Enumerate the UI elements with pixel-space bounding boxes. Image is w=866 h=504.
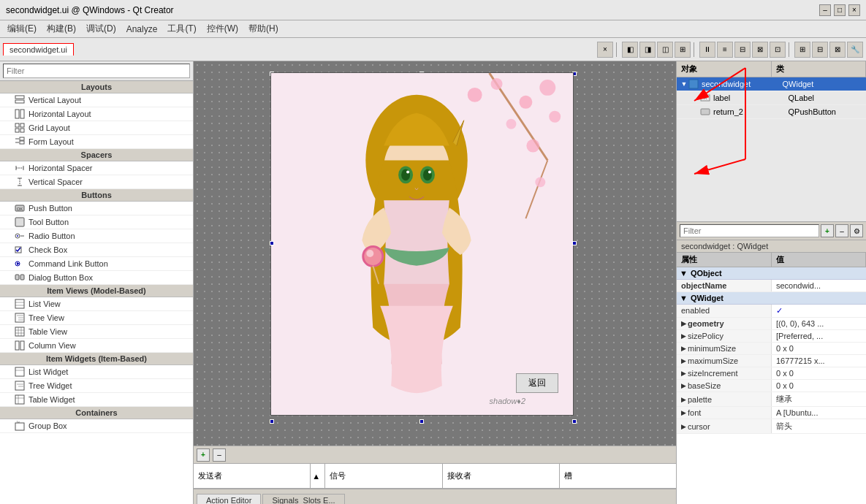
prop-expand-minimumsize[interactable]: ▶ [681, 345, 686, 352]
menu-build[interactable]: 构建(B) [42, 21, 80, 37]
object-row-secondwidget[interactable]: ▼ secondwidget QWidget [677, 77, 866, 91]
toolbar-close-btn[interactable]: × [597, 42, 613, 58]
menu-tools[interactable]: 工具(T) [163, 21, 200, 37]
toolbar-btn-13[interactable]: 🔧 [847, 42, 863, 58]
prop-value-basesize: 0 x 0 [772, 380, 866, 392]
toolbar-btn-8[interactable]: ⊠ [752, 42, 768, 58]
menu-help[interactable]: 帮助(H) [244, 21, 283, 37]
prop-row-maximumsize[interactable]: ▶ maximumSize 16777215 x... [677, 355, 866, 367]
widget-tree-view[interactable]: Tree View [0, 311, 193, 325]
widget-tree-widget[interactable]: Tree Widget [0, 379, 193, 393]
widget-table-view[interactable]: Table View [0, 325, 193, 339]
widget-command-link-button[interactable]: Command Link Button [0, 257, 193, 271]
prop-row-objectname[interactable]: objectName secondwid... [677, 280, 866, 292]
main-container: Layouts Vertical Layout Horizontal Layou… [0, 61, 866, 504]
widget-horizontal-layout[interactable]: Horizontal Layout [0, 107, 193, 121]
widget-push-button[interactable]: OK Push Button [0, 202, 193, 215]
file-tab[interactable]: secondwidget.ui [3, 43, 74, 56]
toolbar-btn-6[interactable]: ≡ [717, 42, 733, 58]
prop-expand-font[interactable]: ▶ [681, 409, 686, 416]
prop-row-font[interactable]: ▶ font A [Ubuntu... [677, 407, 866, 419]
object-row-label[interactable]: A label QLabel [677, 91, 866, 105]
widget-table-widget[interactable]: Table Widget [0, 393, 193, 407]
widget-tool-button[interactable]: Tool Button [0, 215, 193, 229]
toolbar-btn-2[interactable]: ◨ [639, 42, 656, 58]
widget-box-panel: Layouts Vertical Layout Horizontal Layou… [0, 61, 194, 504]
menu-controls[interactable]: 控件(W) [202, 21, 243, 37]
widget-vertical-spacer[interactable]: Vertical Spacer [0, 175, 193, 189]
widget-column-view[interactable]: Column View [0, 339, 193, 353]
widget-group-box[interactable]: G Group Box [0, 419, 193, 433]
prop-name-enabled: enabled [677, 305, 772, 317]
prop-row-geometry[interactable]: ▶ geometry [(0, 0), 643 ... [677, 318, 866, 330]
widget-list-widget[interactable]: List Widget [0, 365, 193, 379]
widget-grid-layout[interactable]: Grid Layout [0, 121, 193, 135]
props-remove-btn[interactable]: – [835, 224, 848, 237]
prop-group-collapse-icon[interactable]: ▼ [680, 269, 688, 278]
object-row-return2[interactable]: return_2 QPushButton [677, 105, 866, 119]
svg-rect-48 [15, 395, 24, 404]
return-button[interactable]: 返回 [516, 373, 558, 393]
prop-row-sizepolicy[interactable]: ▶ sizePolicy [Preferred, ... [677, 330, 866, 343]
tab-signals-slots[interactable]: Signals_Slots E... [262, 494, 344, 504]
toolbar-btn-3[interactable]: ◫ [657, 42, 673, 58]
prop-name-geometry: ▶ geometry [677, 318, 772, 329]
main-toolbar: secondwidget.ui × ◧ ◨ ◫ ⊞ ⏸ ≡ ⊟ ⊠ ⊡ ⊞ ⊟ … [0, 38, 866, 61]
prop-expand-sizepolicy[interactable]: ▶ [681, 332, 686, 340]
prop-group-collapse-icon2[interactable]: ▼ [680, 294, 688, 302]
props-table: ▼ QObject objectName secondwid... ▼ QWid… [677, 267, 866, 504]
toolbar-btn-11[interactable]: ⊟ [812, 42, 828, 58]
prop-row-minimumsize[interactable]: ▶ minimumSize 0 x 0 [677, 343, 866, 355]
toolbar-btn-9[interactable]: ⊡ [770, 42, 786, 58]
prop-row-palette[interactable]: ▶ palette 继承 [677, 392, 866, 407]
widget-dialog-button-box[interactable]: Dialog Button Box [0, 271, 193, 285]
widget-radio-button[interactable]: Radio Button [0, 229, 193, 243]
prop-row-enabled[interactable]: enabled ✓ [677, 305, 866, 318]
prop-expand-cursor[interactable]: ▶ [681, 423, 686, 430]
prop-row-cursor[interactable]: ▶ cursor 箭头 [677, 419, 866, 434]
props-add-btn[interactable]: + [821, 224, 834, 237]
canvas-area[interactable]: shadow♦2 返回 [194, 61, 676, 446]
prop-expand-palette[interactable]: ▶ [681, 396, 686, 403]
toolbar-btn-12[interactable]: ⊠ [829, 42, 846, 58]
widget-list-view[interactable]: List View [0, 297, 193, 311]
properties-context-label: secondwidget : QWidget [677, 240, 866, 253]
svg-point-58 [519, 96, 532, 109]
add-signal-btn[interactable]: + [197, 448, 210, 462]
prop-value-objectname: secondwid... [772, 280, 866, 291]
prop-row-sizeincrement[interactable]: ▶ sizeIncrement 0 x 0 [677, 367, 866, 380]
properties-filter-bar: + – ⚙ [677, 222, 866, 240]
close-button[interactable]: × [848, 4, 860, 16]
menu-debug[interactable]: 调试(D) [82, 21, 121, 37]
object-inspector: 对象 类 ▼ secondwidget QWidget A label QLab… [677, 61, 866, 222]
toolbar-btn-4[interactable]: ⊞ [675, 42, 691, 58]
prop-expand-geometry[interactable]: ▶ [681, 320, 686, 327]
table-view-icon [15, 327, 25, 337]
menu-analyze[interactable]: Analyze [122, 23, 162, 36]
widget-horizontal-spacer[interactable]: Horizontal Spacer [0, 161, 193, 175]
maximize-button[interactable]: □ [834, 4, 846, 16]
svg-point-60 [539, 80, 555, 96]
remove-signal-btn[interactable]: – [213, 448, 226, 462]
toolbar-btn-1[interactable]: ◧ [622, 42, 638, 58]
widget-vertical-layout[interactable]: Vertical Layout [0, 93, 193, 107]
prop-expand-basesize[interactable]: ▶ [681, 382, 686, 389]
prop-expand-sizeincrement[interactable]: ▶ [681, 370, 686, 377]
obj-col-class: 类 [772, 61, 867, 77]
center-area: shadow♦2 返回 + – 发送者 ▲ 信号 接收者 槽 [194, 61, 676, 504]
minimize-button[interactable]: – [819, 4, 831, 16]
toolbar-btn-5[interactable]: ⏸ [699, 42, 715, 58]
widget-form-layout[interactable]: Form Layout [0, 135, 193, 149]
widget-check-box[interactable]: Check Box [0, 243, 193, 257]
prop-row-basesize[interactable]: ▶ baseSize 0 x 0 [677, 380, 866, 392]
grid-layout-label: Grid Layout [29, 123, 70, 132]
prop-expand-maximumsize[interactable]: ▶ [681, 357, 686, 364]
properties-filter-input[interactable] [680, 224, 819, 237]
tab-action-editor[interactable]: Action Editor [197, 494, 261, 504]
menu-edit[interactable]: 编辑(E) [3, 21, 41, 37]
toolbar-btn-7[interactable]: ⊟ [734, 42, 751, 58]
props-settings-btn[interactable]: ⚙ [850, 224, 863, 237]
toolbar-btn-10[interactable]: ⊞ [794, 42, 810, 58]
widget-filter-input[interactable] [3, 64, 190, 78]
prop-value-minimumsize: 0 x 0 [772, 343, 866, 354]
